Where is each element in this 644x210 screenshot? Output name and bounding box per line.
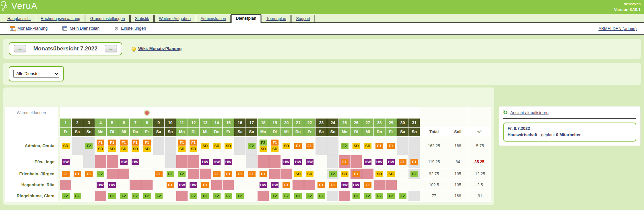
shift-cell-day-23[interactable] — [316, 137, 327, 155]
shift-badge-hw[interactable]: HW — [283, 159, 290, 165]
shift-badge-hw[interactable]: HW — [375, 159, 383, 165]
shift-cell-day-9[interactable] — [153, 155, 165, 169]
shift-badge-f2[interactable]: F2 — [132, 193, 139, 199]
shift-cell-day-13[interactable] — [199, 169, 211, 180]
shift-badge-f2[interactable]: F2 — [97, 171, 104, 177]
shift-badge-f2[interactable]: F2 — [236, 193, 244, 199]
shift-cell-day-18[interactable] — [258, 155, 269, 169]
shift-badge-f1[interactable]: F1 — [85, 171, 93, 177]
shift-badge-f1[interactable]: F1 — [387, 143, 395, 149]
next-month-button[interactable]: → — [105, 45, 117, 52]
tab-tourenplan[interactable]: Tourenplan — [262, 15, 291, 22]
shift-badge-f2[interactable]: F2 — [260, 140, 267, 146]
shift-cell-day-31[interactable] — [408, 191, 420, 202]
shift-badge-f1[interactable]: F1 — [352, 171, 360, 177]
shift-badge-hw[interactable]: HW — [271, 182, 279, 188]
shift-cell-day-21[interactable] — [292, 180, 304, 191]
shift-cell-day-25[interactable]: F1 — [339, 155, 350, 169]
shift-cell-day-14[interactable]: F2 — [211, 191, 223, 202]
shift-cell-day-30[interactable] — [397, 180, 408, 191]
shift-cell-day-17[interactable]: F2 — [246, 137, 258, 155]
shift-cell-day-19[interactable]: F1SD — [269, 137, 281, 155]
shift-badge-hw[interactable]: HW — [341, 182, 348, 188]
shift-badge-sd[interactable]: SD — [132, 146, 139, 152]
shift-badge-f2[interactable]: F2 — [85, 143, 93, 149]
submenu-link[interactable]: Mein Dienstplan — [70, 26, 100, 31]
shift-badge-f2[interactable]: F2 — [375, 193, 383, 199]
shift-badge-f1[interactable]: F1 — [260, 171, 267, 177]
shift-cell-day-14[interactable]: SD — [211, 137, 223, 155]
shift-cell-day-23[interactable] — [316, 169, 327, 180]
shift-cell-day-13[interactable]: SD — [199, 137, 211, 155]
tab-dienstplan[interactable]: Dienstplan — [231, 14, 261, 23]
shift-badge-hw[interactable]: HW — [178, 182, 186, 188]
shift-badge-f2[interactable]: F2 — [213, 193, 221, 199]
shift-cell-day-28[interactable]: HW — [373, 155, 385, 169]
wiki-link[interactable]: Wiki: Monats-Planung — [138, 46, 182, 51]
shift-badge-f1[interactable]: F1 — [329, 182, 337, 188]
shift-cell-day-3[interactable]: F1 — [83, 169, 95, 180]
shift-badge-sd[interactable]: SD — [375, 171, 383, 177]
service-filter-select[interactable]: Alle Dienste — [13, 70, 59, 78]
shift-badge-f2[interactable]: F2 — [399, 193, 406, 199]
shift-badge-hw[interactable]: HW — [294, 159, 302, 165]
shift-badge-f1[interactable]: F1 — [132, 140, 139, 146]
shift-cell-day-24[interactable]: F2 — [327, 169, 339, 180]
shift-badge-f2[interactable]: F2 — [108, 193, 116, 199]
shift-cell-day-30[interactable]: F1 — [397, 155, 408, 169]
shift-badge-f2[interactable]: F2 — [143, 193, 151, 199]
shift-badge-sd[interactable]: SD — [97, 146, 104, 152]
shift-badge-f2[interactable]: F2 — [74, 193, 81, 199]
shift-cell-day-27[interactable]: HW — [362, 155, 373, 169]
shift-cell-day-25[interactable]: HW — [339, 180, 350, 191]
shift-cell-day-5[interactable] — [106, 169, 118, 180]
shift-cell-day-14[interactable] — [211, 180, 223, 191]
shift-cell-day-5[interactable]: F2 — [106, 191, 118, 202]
shift-badge-sd[interactable]: SD — [352, 143, 360, 149]
shift-cell-day-8[interactable] — [141, 180, 153, 191]
shift-cell-day-20[interactable]: F1 — [281, 180, 292, 191]
shift-badge-sd[interactable]: SD — [108, 146, 116, 152]
shift-cell-day-5[interactable]: HW — [106, 180, 118, 191]
shift-badge-sd[interactable]: SD — [120, 146, 128, 152]
shift-cell-day-25[interactable]: SD — [339, 169, 350, 180]
shift-badge-f1[interactable]: F1 — [97, 140, 104, 146]
shift-badge-sd[interactable]: SD — [260, 146, 267, 152]
shift-cell-day-25[interactable] — [339, 191, 350, 202]
shift-badge-f2[interactable]: F2 — [178, 171, 186, 177]
shift-cell-day-29[interactable]: SD — [385, 169, 397, 180]
shift-cell-day-17[interactable] — [246, 191, 258, 202]
shift-badge-sd[interactable]: SD — [225, 143, 232, 149]
shift-badge-hw[interactable]: HW — [132, 159, 139, 165]
shift-badge-hw[interactable]: HW — [201, 159, 209, 165]
shift-cell-day-31[interactable]: F1 — [408, 155, 420, 169]
shift-cell-day-22[interactable]: SD — [304, 169, 316, 180]
shift-cell-day-17[interactable] — [246, 155, 258, 169]
shift-cell-day-19[interactable] — [269, 155, 281, 169]
shift-badge-f1[interactable]: F1 — [74, 171, 81, 177]
shift-cell-day-18[interactable]: F1 — [258, 169, 269, 180]
shift-cell-day-20[interactable]: SD — [281, 137, 292, 155]
shift-badge-f1[interactable]: F1 — [236, 171, 244, 177]
shift-cell-day-28[interactable]: SD — [373, 169, 385, 180]
shift-cell-day-30[interactable]: F2 — [397, 191, 408, 202]
shift-cell-day-6[interactable] — [118, 180, 130, 191]
shift-cell-day-24[interactable] — [327, 155, 339, 169]
shift-cell-day-26[interactable] — [350, 155, 362, 169]
shift-cell-day-22[interactable]: F2 — [304, 191, 316, 202]
shift-cell-day-2[interactable]: F1 — [72, 169, 83, 180]
shift-cell-day-3[interactable] — [83, 191, 95, 202]
shift-cell-day-16[interactable]: F2 — [234, 191, 246, 202]
shift-cell-day-10[interactable]: F2 — [165, 169, 176, 180]
shift-cell-day-2[interactable] — [72, 180, 83, 191]
shift-badge-sd[interactable]: SD — [294, 171, 302, 177]
shift-badge-hw[interactable]: HW — [108, 182, 116, 188]
shift-badge-hw[interactable]: HW — [190, 182, 197, 188]
shift-cell-day-12[interactable]: HW — [188, 180, 199, 191]
shift-cell-day-27[interactable]: F1 — [362, 180, 373, 191]
shift-badge-f2[interactable]: F2 — [341, 143, 348, 149]
shift-cell-day-1[interactable]: F2 — [60, 191, 72, 202]
shift-badge-f2[interactable]: F2 — [387, 193, 395, 199]
shift-cell-day-20[interactable]: F2 — [281, 191, 292, 202]
shift-cell-day-7[interactable] — [130, 169, 141, 180]
